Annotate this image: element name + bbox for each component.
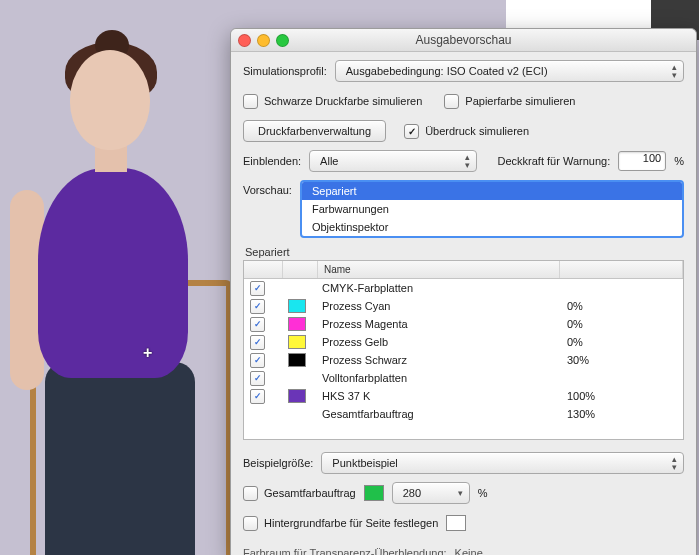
- table-row[interactable]: Prozess Magenta0%: [244, 315, 683, 333]
- opacity-warning-label: Deckkraft für Warnung:: [498, 155, 611, 167]
- separation-percent: 100%: [561, 390, 683, 402]
- ink-management-button[interactable]: Druckfarbenverwaltung: [243, 120, 386, 142]
- simulate-paper-color-checkbox[interactable]: Papierfarbe simulieren: [444, 94, 575, 109]
- checkbox-checked-icon: [404, 124, 419, 139]
- percent-suffix: %: [674, 155, 684, 167]
- opacity-warning-input[interactable]: 100: [618, 151, 666, 171]
- table-row[interactable]: Prozess Schwarz30%: [244, 351, 683, 369]
- total-ink-checkbox[interactable]: Gesamtfarbauftrag: [243, 486, 356, 501]
- transparency-space-value: Keine: [455, 547, 483, 555]
- titlebar[interactable]: Ausgabevorschau: [231, 29, 696, 52]
- separation-name: Gesamtfarbauftrag: [316, 408, 561, 420]
- total-ink-swatch[interactable]: [364, 485, 384, 501]
- table-row[interactable]: Prozess Cyan0%: [244, 297, 683, 315]
- window-title: Ausgabevorschau: [415, 33, 511, 47]
- chevron-updown-icon: ▴▾: [465, 153, 470, 169]
- row-visibility-checkbox[interactable]: [250, 353, 265, 368]
- checkbox-icon: [243, 94, 258, 109]
- separation-name: Volltonfarbplatten: [316, 372, 561, 384]
- preview-option-color-warnings[interactable]: Farbwarnungen: [302, 200, 682, 218]
- color-swatch: [288, 335, 306, 349]
- separation-name: CMYK-Farbplatten: [316, 282, 561, 294]
- crosshair-cursor-icon: +: [143, 344, 152, 362]
- sample-size-value: Punktbeispiel: [332, 457, 397, 469]
- color-swatch: [288, 299, 306, 313]
- color-swatch: [288, 389, 306, 403]
- separation-percent: 130%: [561, 408, 683, 420]
- table-row[interactable]: Prozess Gelb0%: [244, 333, 683, 351]
- separation-name: Prozess Schwarz: [316, 354, 561, 366]
- sample-size-select[interactable]: Punktbeispiel ▴▾: [321, 452, 684, 474]
- color-swatch: [288, 317, 306, 331]
- percent-suffix: %: [478, 487, 488, 499]
- page-background-checkbox[interactable]: Hintergrundfarbe für Seite festlegen: [243, 516, 438, 531]
- chevron-updown-icon: ▴▾: [672, 455, 677, 471]
- row-visibility-checkbox[interactable]: [250, 335, 265, 350]
- table-row[interactable]: HKS 37 K100%: [244, 387, 683, 405]
- checkbox-icon: [243, 516, 258, 531]
- background-photo: +: [0, 0, 240, 555]
- row-visibility-checkbox[interactable]: [250, 389, 265, 404]
- separations-table: Name CMYK-FarbplattenProzess Cyan0%Proze…: [243, 260, 684, 440]
- separation-percent: 0%: [561, 300, 683, 312]
- page-background-label: Hintergrundfarbe für Seite festlegen: [264, 517, 438, 529]
- total-ink-value-select[interactable]: 280 ▾: [392, 482, 470, 504]
- chevron-updown-icon: ▴▾: [672, 63, 677, 79]
- simulation-profile-value: Ausgabebedingung: ISO Coated v2 (ECI): [346, 65, 548, 77]
- separation-percent: 30%: [561, 354, 683, 366]
- row-visibility-checkbox[interactable]: [250, 299, 265, 314]
- zoom-icon[interactable]: [276, 34, 289, 47]
- preview-option-separations[interactable]: Separiert: [302, 182, 682, 200]
- separations-group-title: Separiert: [245, 246, 684, 258]
- separation-name: Prozess Magenta: [316, 318, 561, 330]
- preview-option-object-inspector[interactable]: Objektinspektor: [302, 218, 682, 236]
- separation-percent: 0%: [561, 318, 683, 330]
- show-label: Einblenden:: [243, 155, 301, 167]
- table-row[interactable]: Volltonfarbplatten: [244, 369, 683, 387]
- separation-name: HKS 37 K: [316, 390, 561, 402]
- row-visibility-checkbox[interactable]: [250, 371, 265, 386]
- page-background-swatch[interactable]: [446, 515, 466, 531]
- show-value: Alle: [320, 155, 338, 167]
- ink-management-label: Druckfarbenverwaltung: [258, 125, 371, 137]
- simulate-black-ink-label: Schwarze Druckfarbe simulieren: [264, 95, 422, 107]
- table-row[interactable]: Gesamtfarbauftrag130%: [244, 405, 683, 423]
- row-visibility-checkbox[interactable]: [250, 281, 265, 296]
- chevron-down-icon: ▾: [458, 489, 463, 497]
- transparency-space-label: Farbraum für Transparenz-Überblendung:: [243, 547, 447, 555]
- total-ink-value: 280: [403, 487, 421, 499]
- separation-name: Prozess Gelb: [316, 336, 561, 348]
- sample-size-label: Beispielgröße:: [243, 457, 313, 469]
- close-icon[interactable]: [238, 34, 251, 47]
- checkbox-icon: [243, 486, 258, 501]
- table-row[interactable]: CMYK-Farbplatten: [244, 279, 683, 297]
- row-visibility-checkbox[interactable]: [250, 317, 265, 332]
- preview-select-open[interactable]: Separiert Farbwarnungen Objektinspektor: [300, 180, 684, 238]
- column-header-name[interactable]: Name: [318, 261, 560, 278]
- simulate-overprint-checkbox[interactable]: Überdruck simulieren: [404, 124, 529, 139]
- simulate-black-ink-checkbox[interactable]: Schwarze Druckfarbe simulieren: [243, 94, 422, 109]
- preview-label: Vorschau:: [243, 180, 292, 196]
- color-swatch: [288, 353, 306, 367]
- minimize-icon[interactable]: [257, 34, 270, 47]
- show-select[interactable]: Alle ▴▾: [309, 150, 477, 172]
- separation-percent: 0%: [561, 336, 683, 348]
- output-preview-dialog: Ausgabevorschau Simulationsprofil: Ausga…: [230, 28, 697, 555]
- separation-name: Prozess Cyan: [316, 300, 561, 312]
- total-ink-label: Gesamtfarbauftrag: [264, 487, 356, 499]
- simulate-paper-color-label: Papierfarbe simulieren: [465, 95, 575, 107]
- checkbox-icon: [444, 94, 459, 109]
- simulation-profile-select[interactable]: Ausgabebedingung: ISO Coated v2 (ECI) ▴▾: [335, 60, 684, 82]
- simulation-profile-label: Simulationsprofil:: [243, 65, 327, 77]
- simulate-overprint-label: Überdruck simulieren: [425, 125, 529, 137]
